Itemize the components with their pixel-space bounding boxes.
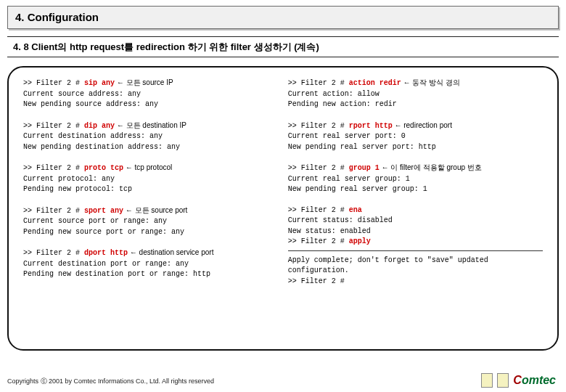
badge-icon [481, 373, 493, 388]
line: Current action: allow [288, 89, 543, 100]
cmd: apply [349, 237, 371, 245]
block-group: >> Filter 2 # group 1 ← 이 filter에 적용할 gr… [288, 163, 543, 195]
cmd: sport any [84, 207, 123, 215]
line: Current status: disabled [288, 216, 543, 226]
line: Pending new destination port or range: h… [23, 269, 266, 280]
block-apply-result: Apply complete; don't forget to "save" u… [288, 256, 543, 287]
sub-header: 4. 8 Client의 http request를 redirection 하… [7, 36, 559, 57]
block-action: >> Filter 2 # action redir ← 동작 방식 경의 Cu… [288, 78, 543, 110]
line: New pending source address: any [23, 99, 266, 110]
block-ena-apply: >> Filter 2 # ena Current status: disabl… [288, 205, 543, 251]
prompt: >> Filter 2 # [288, 122, 349, 130]
note: ← 동작 방식 경의 [401, 78, 460, 86]
badge-icon [497, 373, 509, 388]
block-dport: >> Filter 2 # dport http ← destination s… [23, 248, 266, 280]
prompt: >> Filter 2 # [288, 206, 349, 214]
cmd: proto tcp [84, 164, 123, 172]
line: Pending new action: redir [288, 99, 543, 110]
prompt: >> Filter 2 # [23, 122, 84, 130]
note: ← 모든 destination IP [115, 121, 186, 129]
prompt: >> Filter 2 # [23, 249, 84, 257]
line: Current source address: any [23, 89, 266, 100]
line: Pending new protocol: tcp [23, 184, 266, 195]
prompt: >> Filter 2 # [288, 164, 349, 172]
note: ← 모든 source IP [115, 78, 173, 86]
terminal-content-box: >> Filter 2 # sip any ← 모든 source IP Cur… [7, 66, 559, 351]
line: New pending destination address: any [23, 142, 266, 153]
block-dip: >> Filter 2 # dip any ← 모든 destination I… [23, 121, 266, 153]
cmd: group 1 [349, 164, 380, 172]
block-sport: >> Filter 2 # sport any ← 모든 source port… [23, 205, 266, 238]
cmd: action redir [349, 79, 401, 87]
line: Current protocol: any [23, 174, 266, 185]
line: Apply complete; don't forget to "save" u… [288, 256, 543, 277]
logo-c: C [513, 374, 522, 386]
comtec-logo: Comtec [513, 374, 556, 387]
prompt: >> Filter 2 # [23, 164, 84, 172]
block-sip: >> Filter 2 # sip any ← 모든 source IP Cur… [23, 78, 266, 110]
section-header: 4. Configuration [7, 6, 559, 29]
prompt: >> Filter 2 # [23, 207, 84, 215]
cmd: rport http [349, 122, 393, 130]
line: Current destination address: any [23, 131, 266, 142]
line: New pending real server group: 1 [288, 184, 543, 195]
line: Current destination port or range: any [23, 259, 266, 270]
line: Current source port or range: any [23, 216, 266, 227]
note: ← tcp protocol [123, 163, 172, 171]
sub-title: 4. 8 Client의 http request를 redirection 하… [13, 41, 319, 52]
line: >> Filter 2 # [288, 277, 543, 287]
prompt: >> Filter 2 # [23, 79, 84, 87]
line: New pending real server port: http [288, 142, 543, 153]
note: ← destination service port [128, 248, 213, 256]
left-column: >> Filter 2 # sip any ← 모든 source IP Cur… [23, 78, 266, 343]
line: Current real server port: 0 [288, 131, 543, 142]
prompt: >> Filter 2 # [288, 237, 349, 245]
note: ← 이 filter에 적용할 group 번호 [380, 163, 482, 171]
logo-rest: omtec [522, 374, 556, 386]
logo-area: Comtec [481, 373, 556, 388]
line: Pending new source port or range: any [23, 227, 266, 238]
note: ← redirection port [393, 121, 452, 129]
prompt: >> Filter 2 # [288, 79, 349, 87]
section-title: 4. Configuration [15, 11, 99, 23]
block-proto: >> Filter 2 # proto tcp ← tcp protocol C… [23, 163, 266, 195]
footer-copyright: Copyrights ⓒ 2001 by Comtec Informations… [7, 377, 214, 386]
divider-line [288, 250, 543, 251]
right-column: >> Filter 2 # action redir ← 동작 방식 경의 Cu… [288, 78, 543, 343]
cmd: sip any [84, 79, 115, 87]
cmd: ena [349, 206, 362, 214]
note: ← 모든 source port [123, 206, 187, 214]
line: New status: enabled [288, 226, 543, 237]
cmd: dip any [84, 122, 115, 130]
cmd: dport http [84, 249, 128, 257]
block-rport: >> Filter 2 # rport http ← redirection p… [288, 121, 543, 153]
line: Current real server group: 1 [288, 174, 543, 185]
